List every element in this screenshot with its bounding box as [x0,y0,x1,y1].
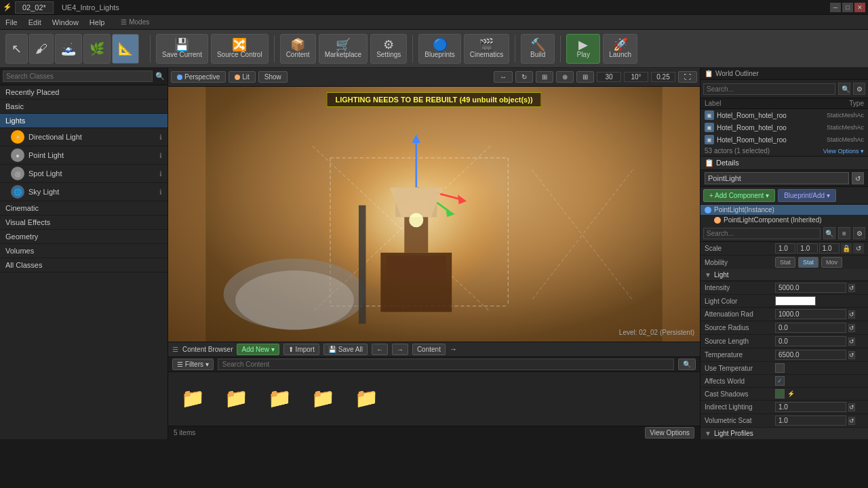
landscape-mode-button[interactable]: 🗻 [55,34,82,64]
temperature-input[interactable] [775,350,846,360]
outliner-item-1[interactable]: ▣ Hotel_Room_hotel_roo StaticMeshAc [701,109,868,121]
close-button[interactable]: ✕ [854,3,865,12]
volumetric-reset-button[interactable]: ↺ [848,417,855,425]
grid-button[interactable]: ⊞ [576,71,594,83]
view-options-button[interactable]: View Options [645,427,694,439]
launch-button[interactable]: 🚀Launch [603,34,637,64]
component-inherited-item[interactable]: PointLightComponent (Inherited) [701,215,868,225]
indirect-lighting-reset-button[interactable]: ↺ [848,403,855,411]
nav-forward-button[interactable]: → [392,344,408,355]
attenuation-input[interactable] [775,309,846,319]
mobility-stationary-button[interactable]: Stat [798,257,818,268]
light-section-header[interactable]: ▼ Light [701,269,868,281]
volumetric-input[interactable] [775,415,846,426]
paint-mode-button[interactable]: 🖌 [29,34,54,64]
scale-lock-button[interactable]: 🔒 [841,243,852,253]
content-button[interactable]: 📦Content [280,34,316,64]
search-submit-button[interactable]: 🔍 [678,359,696,370]
maximize-button[interactable]: □ [842,3,853,12]
scale-reset-button[interactable]: ↺ [853,243,864,253]
perspective-button[interactable]: Perspective [171,71,226,83]
mobility-movable-button[interactable]: Mov [821,257,842,268]
source-length-reset-button[interactable]: ↺ [848,338,855,346]
component-name-input[interactable] [705,172,849,184]
mobility-static-button[interactable]: Stat [775,257,795,268]
content-search-input[interactable] [218,359,674,370]
sidebar-item-recently-placed[interactable]: Recently Placed [0,85,167,100]
light-profiles-section-header[interactable]: ▼ Light Profiles [701,428,868,439]
blueprints-button[interactable]: 🔵Blueprints [418,34,460,64]
save-current-button[interactable]: 💾Save Current [156,34,208,64]
source-control-button[interactable]: 🔀Source Control [211,34,269,64]
sidebar-item-all-classes[interactable]: All Classes [0,258,167,272]
add-component-button[interactable]: + Add Component ▾ [703,189,775,202]
lit-button[interactable]: Lit [229,71,256,83]
save-all-button[interactable]: 💾 Save All [323,344,368,355]
indirect-lighting-input[interactable] [775,402,846,412]
scale-button[interactable]: ⊞ [536,71,553,83]
settings-button[interactable]: ⚙Settings [370,34,407,64]
prop-search-button[interactable]: 🔍 [823,227,835,239]
menu-window[interactable]: Window [52,18,79,26]
list-item-spot-light[interactable]: ◎ Spot Light ℹ [0,165,167,183]
viewport-maximize-button[interactable]: ⛶ [678,71,697,83]
show-button[interactable]: Show [258,71,288,83]
sidebar-item-cinematic[interactable]: Cinematic [0,201,167,216]
menu-file[interactable]: File [5,18,18,26]
property-search-input[interactable] [703,228,821,239]
list-item-directional-light[interactable]: ☀ Directional Light ℹ [0,128,167,146]
prop-options-button[interactable]: ⚙ [853,227,865,239]
rotate-button[interactable]: ↻ [515,71,533,83]
scale-z-input[interactable] [819,243,840,253]
add-new-button[interactable]: Add New ▾ [237,344,279,355]
viewport[interactable]: LIGHTING NEEDS TO BE REBUILT (49 unbuilt… [168,87,700,342]
affects-world-checkbox[interactable] [775,376,785,386]
use-temperature-checkbox[interactable] [775,363,785,373]
cinematics-button[interactable]: 🎬Cinematics [464,34,509,64]
content-label-button[interactable]: Content [412,344,446,355]
scale-snap-input[interactable] [651,72,675,82]
list-item-sky-light[interactable]: 🌐 Sky Light ℹ [0,183,167,201]
sidebar-item-basic[interactable]: Basic [0,100,167,114]
scale-y-input[interactable] [797,243,817,253]
tab-title[interactable]: 02_02* [15,1,54,14]
translate-button[interactable]: ↔ [494,71,513,83]
light-color-picker[interactable] [775,296,816,306]
view-options-outliner-button[interactable]: View Options ▾ [823,148,864,155]
folder-item-4[interactable]: 📁 [304,380,342,418]
folder-item-3[interactable]: 📁 [260,380,298,418]
foliage-mode-button[interactable]: 🌿 [83,34,111,64]
intensity-input[interactable] [775,283,846,293]
attenuation-reset-button[interactable]: ↺ [848,310,855,319]
source-length-input[interactable] [775,336,846,346]
marketplace-button[interactable]: 🛒Marketplace [319,34,368,64]
outliner-item-3[interactable]: ▣ Hotel_Room_hotel_roo StaticMeshAc [701,134,868,146]
geometry-mode-button[interactable]: 📐 [112,34,139,64]
sidebar-item-visual-effects[interactable]: Visual Effects [0,216,167,230]
select-mode-button[interactable]: ↖ [5,34,28,64]
temperature-reset-button[interactable]: ↺ [848,351,855,359]
source-radius-input[interactable] [775,323,846,333]
outliner-search-button[interactable]: 🔍 [838,83,850,95]
sidebar-item-volumes[interactable]: Volumes [0,244,167,258]
component-instance-item[interactable]: PointLight(Instance) [701,205,868,215]
grid-size-input[interactable] [597,72,621,82]
world-space-button[interactable]: ⊕ [556,71,574,83]
sidebar-item-geometry[interactable]: Geometry [0,230,167,244]
sidebar-item-lights[interactable]: Lights [0,114,167,128]
component-refresh-button[interactable]: ↺ [852,172,864,184]
outliner-item-2[interactable]: ▣ Hotel_Room_hotel_roo StaticMeshAc [701,121,868,134]
nav-back-button[interactable]: ← [372,344,388,355]
menu-help[interactable]: Help [90,18,105,26]
build-button[interactable]: 🔨Build [521,34,555,64]
list-item-point-light[interactable]: ● Point Light ℹ [0,146,167,165]
cast-shadows-checkbox[interactable] [775,389,785,399]
rotation-snap-input[interactable] [624,72,648,82]
minimize-button[interactable]: ─ [830,3,841,12]
folder-item-5[interactable]: 📁 [347,380,385,418]
play-button[interactable]: ▶Play [566,34,600,64]
search-classes-input[interactable] [3,70,153,82]
filters-button[interactable]: ☰ Filters ▾ [172,359,214,370]
intensity-reset-button[interactable]: ↺ [848,284,855,292]
menu-edit[interactable]: Edit [28,18,41,26]
